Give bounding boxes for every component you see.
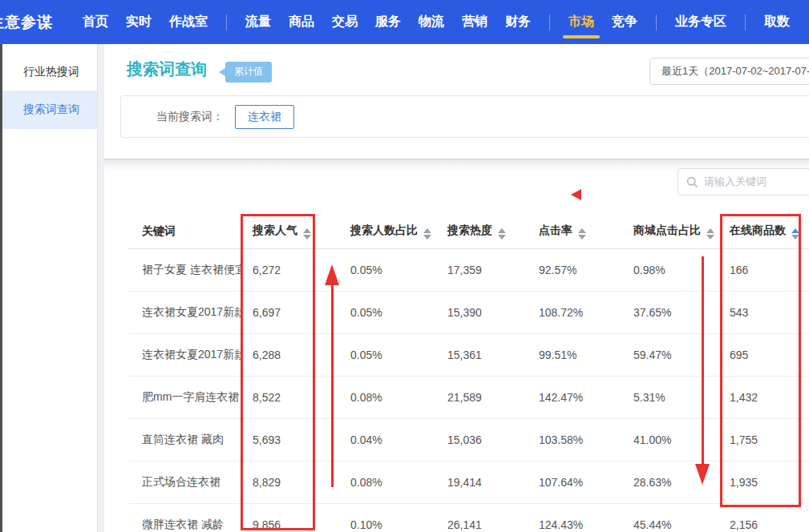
sort-icon[interactable] bbox=[706, 228, 714, 240]
table-row: 微胖连衣裙 减龄 9,856 0.10% 26,141 124.43% 45.4… bbox=[128, 503, 809, 532]
nav-item-marketing[interactable]: 营销 bbox=[462, 0, 487, 44]
sort-icon[interactable] bbox=[578, 228, 586, 240]
cell-mall-click-ratio: 28.63% bbox=[624, 461, 720, 503]
sort-down-arrow bbox=[423, 235, 431, 240]
sidebar: 行业热搜词 搜索词查询 bbox=[2, 44, 98, 532]
col-header-search-user-ratio[interactable]: 搜索人数占比 bbox=[341, 215, 438, 248]
sort-up-arrow bbox=[423, 228, 431, 233]
nav-item-home[interactable]: 首页 bbox=[83, 0, 108, 44]
cell-mall-click-ratio: 45.44% bbox=[624, 503, 720, 532]
cell-click-rate: 99.51% bbox=[529, 333, 624, 376]
cell-online-products: 1,755 bbox=[720, 418, 809, 461]
table-row: 连衣裙女夏2017新款... 6,697 0.05% 15,390 108.72… bbox=[128, 291, 809, 333]
table-row: 肥mm一字肩连衣裙 8,522 0.08% 21,589 142.47% 5.3… bbox=[128, 376, 809, 418]
cell-search-user-ratio: 0.05% bbox=[341, 291, 438, 333]
cell-search-user-ratio: 0.05% bbox=[341, 333, 438, 376]
nav-item-market[interactable]: 市场 bbox=[568, 0, 594, 44]
nav-item-data-extract[interactable]: 取数 bbox=[764, 0, 790, 44]
cell-search-user-ratio: 0.05% bbox=[341, 248, 438, 291]
sort-icon[interactable] bbox=[423, 228, 431, 240]
table-row: 裙子女夏 连衣裙便宜5... 6,272 0.05% 17,359 92.57%… bbox=[128, 248, 809, 291]
nav-item-service[interactable]: 服务 bbox=[375, 0, 401, 44]
cell-search-heat: 15,036 bbox=[438, 418, 529, 461]
col-header-online-products[interactable]: 在线商品数 bbox=[720, 215, 809, 248]
cell-click-rate: 107.64% bbox=[529, 461, 624, 503]
sort-down-arrow bbox=[791, 235, 799, 240]
cumulative-badge: 累计值 bbox=[225, 62, 272, 83]
current-term-tag[interactable]: 连衣裙 bbox=[235, 105, 294, 129]
cell-search-heat: 17,359 bbox=[438, 248, 529, 291]
nav-item-business-zone[interactable]: 业务专区 bbox=[675, 0, 726, 44]
brand-logo[interactable]: 生意参谋 bbox=[0, 12, 53, 33]
sort-up-arrow bbox=[791, 228, 799, 233]
sort-up-arrow bbox=[303, 228, 311, 233]
top-nav: 生意参谋 首页 实时 作战室 流量 商品 交易 服务 物流 营销 财务 市场 竞… bbox=[0, 0, 809, 44]
cell-search-popularity: 5,693 bbox=[243, 418, 341, 461]
col-header-search-heat[interactable]: 搜索热度 bbox=[438, 215, 529, 248]
current-term-label: 当前搜索词： bbox=[156, 110, 224, 124]
col-header-mall-click-ratio[interactable]: 商城点击占比 bbox=[624, 215, 720, 248]
cell-mall-click-ratio: 59.47% bbox=[624, 333, 720, 376]
cell-search-popularity: 6,272 bbox=[243, 248, 341, 291]
cell-mall-click-ratio: 0.98% bbox=[624, 248, 720, 291]
table-header-row: 关键词 搜索人气 搜索人数占比 搜索热度 点击率 商城点击占比 在线商品数 bbox=[128, 215, 809, 248]
cell-search-popularity: 8,522 bbox=[243, 376, 341, 418]
keyword-link[interactable]: 连衣裙女夏2017新款... bbox=[128, 291, 243, 333]
keyword-link[interactable]: 微胖连衣裙 减龄 bbox=[128, 503, 243, 532]
current-term-card: 当前搜索词： 连衣裙 bbox=[120, 95, 809, 138]
sort-up-arrow bbox=[578, 228, 586, 233]
nav-item-war-room[interactable]: 作战室 bbox=[169, 0, 208, 44]
sidebar-item-search-term-query[interactable]: 搜索词查询 bbox=[2, 91, 97, 129]
cell-search-user-ratio: 0.08% bbox=[341, 376, 438, 418]
cell-search-heat: 26,141 bbox=[438, 503, 529, 532]
nav-item-traffic[interactable]: 流量 bbox=[245, 0, 271, 44]
nav-divider bbox=[745, 14, 746, 30]
keyword-search-input[interactable]: 请输入关键词 bbox=[678, 168, 809, 195]
sidebar-item-industry-hot-words[interactable]: 行业热搜词 bbox=[2, 54, 97, 91]
cell-online-products: 2,156 bbox=[720, 503, 809, 532]
nav-item-competition[interactable]: 竞争 bbox=[612, 0, 637, 44]
cell-click-rate: 108.72% bbox=[529, 291, 624, 333]
search-placeholder: 请输入关键词 bbox=[704, 175, 767, 189]
table-row: 直筒连衣裙 藏肉 5,693 0.04% 15,036 103.58% 41.0… bbox=[128, 418, 809, 461]
sort-icon[interactable] bbox=[498, 228, 506, 240]
nav-item-finance[interactable]: 财务 bbox=[505, 0, 531, 44]
cell-search-popularity: 9,856 bbox=[243, 503, 341, 532]
cell-online-products: 166 bbox=[720, 248, 809, 291]
sort-icon[interactable] bbox=[303, 228, 311, 240]
cell-search-heat: 19,414 bbox=[438, 461, 529, 503]
nav-item-product[interactable]: 商品 bbox=[289, 0, 314, 44]
cell-mall-click-ratio: 5.31% bbox=[624, 376, 720, 418]
nav-item-trade[interactable]: 交易 bbox=[332, 0, 358, 44]
keyword-link[interactable]: 正式场合连衣裙 bbox=[128, 461, 243, 503]
cell-search-user-ratio: 0.10% bbox=[341, 503, 438, 532]
nav-divider bbox=[226, 14, 227, 30]
cell-search-user-ratio: 0.08% bbox=[341, 461, 438, 503]
keyword-link[interactable]: 裙子女夏 连衣裙便宜5... bbox=[128, 248, 243, 291]
nav-item-realtime[interactable]: 实时 bbox=[126, 0, 152, 44]
cell-search-heat: 15,390 bbox=[438, 291, 529, 333]
date-range-picker[interactable]: 最近1天（2017-07-02~2017-07-02） bbox=[649, 58, 809, 85]
cell-mall-click-ratio: 41.00% bbox=[624, 418, 720, 461]
sort-icon[interactable] bbox=[791, 228, 799, 240]
table-row: 连衣裙女夏2017新款... 6,288 0.05% 15,361 99.51%… bbox=[128, 333, 809, 376]
keyword-link[interactable]: 肥mm一字肩连衣裙 bbox=[128, 376, 243, 418]
col-header-keyword: 关键词 bbox=[128, 215, 243, 248]
nav-divider bbox=[549, 14, 550, 30]
page-title: 搜索词查询 bbox=[127, 58, 207, 80]
cell-online-products: 1,432 bbox=[720, 376, 809, 418]
sort-down-arrow bbox=[303, 235, 311, 240]
col-header-search-popularity[interactable]: 搜索人气 bbox=[243, 215, 341, 248]
search-terms-table: 关键词 搜索人气 搜索人数占比 搜索热度 点击率 商城点击占比 在线商品数 裙子… bbox=[128, 215, 809, 532]
keyword-link[interactable]: 连衣裙女夏2017新款... bbox=[128, 333, 243, 376]
cell-search-popularity: 6,288 bbox=[243, 333, 341, 376]
cell-mall-click-ratio: 37.65% bbox=[624, 291, 720, 333]
table-row: 正式场合连衣裙 8,829 0.08% 19,414 107.64% 28.63… bbox=[128, 461, 809, 503]
keyword-link[interactable]: 直筒连衣裙 藏肉 bbox=[128, 418, 243, 461]
cell-search-user-ratio: 0.04% bbox=[341, 418, 438, 461]
nav-item-logistics[interactable]: 物流 bbox=[419, 0, 444, 44]
cell-click-rate: 142.47% bbox=[529, 376, 624, 418]
col-header-click-rate[interactable]: 点击率 bbox=[529, 215, 624, 248]
sort-down-arrow bbox=[498, 235, 506, 240]
cell-search-popularity: 8,829 bbox=[243, 461, 341, 503]
